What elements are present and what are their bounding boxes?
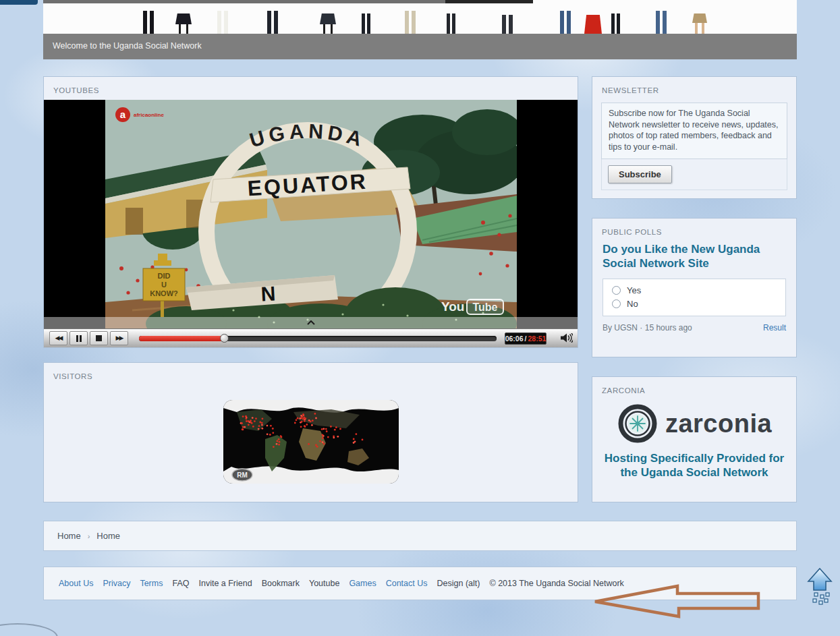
zarconia-title: ZARCONIA (592, 377, 796, 395)
newsletter-panel: NEWSLETTER Subscribe now for The Uganda … (592, 76, 797, 199)
seek-knob[interactable] (220, 334, 229, 343)
pause-icon (76, 335, 82, 342)
video-frame: UGANDA EQUATOR N (105, 100, 517, 328)
poll-byline: By UGSN · 15 hours ago (603, 323, 692, 333)
polls-title: PUBLIC POLLS (592, 219, 796, 236)
newsletter-body: Subscribe now for The Uganda Social Netw… (601, 103, 787, 159)
volume-button[interactable] (561, 333, 573, 345)
video-overlay-bar[interactable] (44, 317, 578, 328)
footer-link-design-alt-[interactable]: Design (alt) (437, 579, 480, 588)
collapse-chevron-icon[interactable] (307, 320, 315, 325)
time-separator: / (525, 335, 527, 343)
sign-line-1: DID (157, 272, 170, 280)
page: Welcome to the Uganda Social Network YOU… (0, 0, 840, 636)
annotation-arrow-left (586, 579, 768, 622)
welcome-text: Welcome to the Uganda Social Network (43, 34, 797, 51)
stop-button[interactable] (90, 331, 108, 345)
radio-icon[interactable] (612, 286, 621, 295)
poll-option-no[interactable]: No (612, 299, 785, 309)
direction-letter: N (260, 282, 275, 305)
forward-icon: ▶▶ (116, 335, 123, 341)
map-badge-label: RM (237, 471, 248, 479)
poll-question: Do you Like the New Uganda Social Networ… (603, 242, 786, 271)
sign-line-3: KNOW? (150, 289, 178, 297)
newsletter-box: Subscribe now for The Uganda Social Netw… (601, 103, 787, 190)
up-arrow-icon (808, 569, 831, 590)
poll-options: YesNo (603, 279, 786, 316)
time-current: 06:06 (505, 335, 524, 343)
zarconia-tagline: Hosting Specifically Provided for the Ug… (596, 451, 792, 480)
video-player[interactable]: UGANDA EQUATOR N (44, 100, 578, 328)
scroll-to-top-button[interactable] (806, 567, 834, 606)
watermark-letter: a (119, 109, 125, 120)
sign-line-2: U (161, 281, 167, 289)
revolvermaps-badge[interactable]: RM (232, 469, 252, 481)
rewind-button[interactable]: ◀◀ (49, 331, 67, 345)
breadcrumb-separator-icon: › (88, 532, 90, 540)
zarconia-logo-icon (617, 403, 659, 444)
footer-links: About UsPrivacyTermsFAQInvite a FriendBo… (59, 567, 624, 600)
visitors-map[interactable]: RM (223, 400, 399, 484)
stray-ellipse-fragment (0, 623, 58, 636)
poll-option-yes[interactable]: Yes (612, 285, 785, 295)
welcome-bar: Welcome to the Uganda Social Network (43, 34, 797, 59)
video-controls: ◀◀ ▶▶ 06:06/28:51 (44, 328, 578, 347)
footer-link-games[interactable]: Games (349, 579, 376, 588)
pixel-squares-icon (813, 593, 829, 604)
public-polls-panel: PUBLIC POLLS Do you Like the New Uganda … (592, 218, 797, 357)
rewind-icon: ◀◀ (55, 335, 62, 341)
watermark-text: africaonline (134, 112, 164, 118)
youtube-logo-tube: Tube (472, 301, 497, 313)
footer-link-privacy[interactable]: Privacy (103, 579, 130, 588)
youtube-logo: You Tube (441, 299, 503, 314)
zarconia-panel: ZARCONIA zarconia Hosting Specifically P… (592, 376, 797, 502)
seek-bar[interactable] (139, 336, 497, 341)
radio-icon[interactable] (612, 299, 621, 308)
breadcrumb: Home › Home (43, 521, 797, 551)
footer-link-bookmark[interactable]: Bookmark (262, 579, 300, 588)
footer-link-faq[interactable]: FAQ (172, 579, 189, 588)
footer-link-invite-a-friend[interactable]: Invite a Friend (198, 579, 252, 588)
youtubes-title: YOUTUBES (44, 77, 578, 94)
zarconia-wordmark: zarconia (665, 409, 772, 438)
poll-result-link[interactable]: Result (763, 323, 786, 333)
poll-time-ago: 15 hours ago (645, 323, 692, 333)
footer-link-youtube[interactable]: Youtube (309, 579, 339, 588)
visitors-panel: VISITORS RM (43, 362, 578, 502)
poll-option-label: No (627, 299, 638, 309)
newsletter-title: NEWSLETTER (592, 77, 796, 94)
pause-button[interactable] (69, 331, 88, 345)
stop-icon (96, 335, 102, 341)
poll-meta-separator: · (640, 323, 642, 333)
youtube-logo-you: You (441, 299, 464, 314)
time-total: 28:51 (528, 335, 546, 343)
footer-link-terms[interactable]: Terms (140, 579, 163, 588)
visitors-title: VISITORS (44, 363, 578, 380)
forward-button[interactable]: ▶▶ (110, 331, 128, 345)
poll-author: By UGSN (603, 323, 638, 333)
window-edge-fragment (0, 0, 38, 5)
time-display: 06:06/28:51 (505, 333, 547, 345)
site-banner: Welcome to the Uganda Social Network (43, 0, 797, 59)
speaker-icon (561, 333, 573, 343)
footer-link-about-us[interactable]: About Us (59, 579, 93, 588)
breadcrumb-current: Home (96, 531, 120, 541)
footer-link-contact-us[interactable]: Contact Us (386, 579, 428, 588)
breadcrumb-home[interactable]: Home (57, 531, 81, 541)
subscribe-button[interactable]: Subscribe (608, 165, 672, 183)
youtubes-panel: YOUTUBES (43, 76, 578, 348)
seek-bar-progress (139, 336, 225, 341)
poll-option-label: Yes (627, 285, 641, 295)
